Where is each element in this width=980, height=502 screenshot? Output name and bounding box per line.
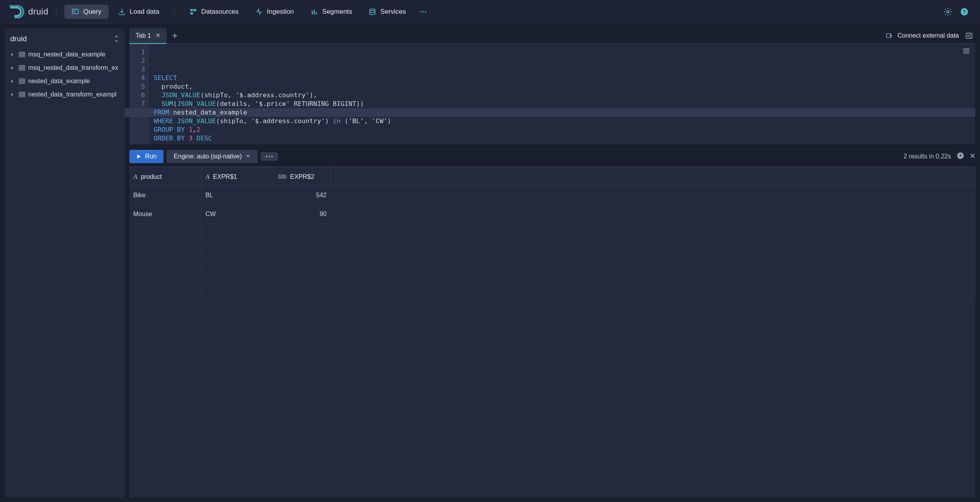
nav-segments-label: Segments (322, 8, 352, 16)
table-icon (19, 91, 25, 98)
svg-point-13 (947, 11, 949, 13)
svg-point-22 (266, 156, 267, 157)
table-item[interactable]: nested_data_example (7, 75, 122, 88)
table-icon (19, 51, 25, 58)
nav-load-data-label: Load data (130, 8, 160, 16)
nav-query[interactable]: Query (64, 5, 108, 19)
cell: Bike (129, 186, 201, 204)
sidebar: druid msq_nested_data_example msq_nested… (5, 28, 125, 497)
table-item[interactable]: msq_nested_data_example (7, 48, 122, 61)
svg-point-23 (269, 156, 270, 157)
table-row-empty (129, 242, 975, 261)
cell: 90 (274, 205, 331, 223)
download-icon (956, 152, 964, 160)
svg-rect-1 (73, 10, 76, 11)
table-item[interactable]: nested_data_transform_exampl (7, 88, 122, 101)
results-info: 2 results in 0.22s (904, 152, 975, 161)
close-results[interactable] (970, 153, 975, 160)
settings-button[interactable] (941, 5, 955, 19)
column-header[interactable]: 123EXPR$2 (274, 168, 331, 186)
svg-rect-3 (191, 9, 193, 11)
add-tab[interactable] (167, 31, 183, 40)
table-row-empty (129, 224, 975, 242)
run-button[interactable]: Run (129, 150, 163, 163)
cell: CW (201, 205, 274, 223)
gear-icon (944, 7, 952, 16)
table-row-empty (129, 261, 975, 280)
cell: 542 (274, 186, 331, 204)
table-icon (19, 78, 25, 84)
database-select[interactable]: druid (5, 31, 125, 48)
svg-rect-19 (19, 92, 25, 97)
more-options[interactable] (261, 152, 278, 161)
logo[interactable]: druid (9, 4, 48, 20)
chevron-right-icon (10, 93, 16, 96)
nav-load-data[interactable]: Load data (111, 5, 167, 19)
editor-menu[interactable] (963, 48, 970, 55)
nav-datasources[interactable]: Datasources (182, 5, 245, 19)
column-header[interactable]: AEXPR$1 (201, 168, 274, 186)
type-string-icon: A (133, 173, 138, 181)
table-row[interactable]: Bike BL 542 (129, 186, 975, 205)
logo-text: druid (28, 7, 48, 17)
download-results[interactable] (956, 152, 964, 161)
line-gutter: 12345678 (129, 44, 149, 144)
close-tab-icon[interactable] (156, 32, 160, 39)
column-name: product (141, 173, 162, 180)
divider (174, 6, 174, 17)
help-button[interactable]: ? (957, 5, 971, 19)
nav-ingestion-label: Ingestion (267, 8, 294, 16)
svg-rect-18 (19, 79, 25, 84)
svg-rect-2 (73, 12, 75, 13)
type-numeric-icon: 123 (278, 174, 287, 179)
nav-query-label: Query (83, 8, 101, 16)
chevron-down-icon (246, 155, 250, 158)
svg-point-10 (420, 11, 421, 12)
panel-collapse[interactable] (963, 32, 975, 40)
svg-rect-8 (316, 12, 317, 14)
druid-logo-icon (9, 4, 25, 20)
table-row[interactable]: Mouse CW 90 (129, 205, 975, 224)
nav-ingestion[interactable]: Ingestion (248, 5, 301, 19)
results-body: Bike BL 542 Mouse CW 90 (129, 186, 975, 299)
svg-rect-16 (19, 52, 25, 57)
help-icon: ? (960, 7, 969, 16)
cell (331, 205, 975, 223)
chevron-right-icon (10, 66, 16, 70)
table-name: msq_nested_data_transform_ex (28, 64, 118, 71)
cell (331, 186, 975, 204)
svg-text:?: ? (963, 9, 966, 15)
nav-more[interactable] (416, 5, 431, 19)
query-icon (71, 8, 79, 16)
table-tree: msq_nested_data_example msq_nested_data_… (5, 48, 125, 101)
svg-rect-5 (191, 12, 193, 14)
column-header[interactable]: Aproduct (129, 168, 201, 186)
panel-icon (965, 32, 973, 40)
ingestion-icon (255, 8, 263, 16)
connect-external-data[interactable]: Connect external data (882, 32, 963, 40)
table-name: nested_data_transform_exampl (28, 91, 116, 98)
svg-rect-0 (73, 9, 78, 14)
nav-services[interactable]: Services (361, 5, 413, 19)
code-area[interactable]: SELECT product, JSON_VALUE(shipTo, '$.ad… (149, 44, 975, 144)
engine-select[interactable]: Engine: auto (sql-native) (167, 150, 257, 163)
connect-external-label: Connect external data (897, 32, 959, 39)
svg-rect-7 (314, 10, 315, 15)
svg-point-11 (423, 11, 424, 12)
tab-active[interactable]: Tab 1 (129, 28, 167, 44)
more-icon (265, 155, 273, 158)
table-name: nested_data_example (28, 78, 90, 85)
tab-label: Tab 1 (136, 32, 151, 39)
column-name: EXPR$1 (213, 173, 237, 180)
import-icon (886, 32, 893, 40)
sort-icon (114, 35, 119, 42)
table-row-empty (129, 280, 975, 299)
svg-rect-17 (19, 65, 25, 70)
svg-point-12 (425, 11, 426, 12)
svg-rect-6 (312, 11, 313, 14)
table-item[interactable]: msq_nested_data_transform_ex (7, 61, 122, 75)
nav-segments[interactable]: Segments (303, 5, 359, 19)
type-string-icon: A (205, 173, 210, 181)
sql-editor[interactable]: 12345678 SELECT product, JSON_VALUE(ship… (129, 44, 975, 144)
chevron-right-icon (10, 53, 16, 56)
